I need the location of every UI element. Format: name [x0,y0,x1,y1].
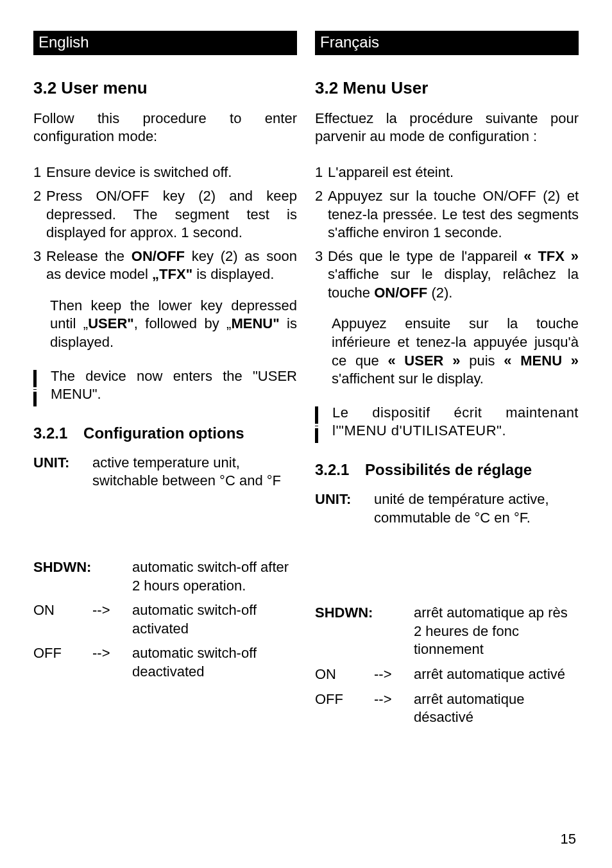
steps-list-fr: 1 L'appareil est éteint. 2 Appuyez sur l… [315,163,579,302]
def-label: SHDWN: [315,604,414,622]
sub-paragraph-en: Then keep the lower key depressed until … [50,297,297,352]
step-text: Dés que le type de l'appareil « TFX » s'… [328,247,579,303]
step-item-en: 1 Ensure device is switched off. [33,163,297,182]
def-label: UNIT: [315,490,374,509]
step-number: 1 [33,163,46,182]
subsection-title: Possibilités de réglage [365,461,532,478]
note-bar-icon [315,406,318,443]
def-label: UNIT: [33,454,92,472]
subsection-heading-fr: 3.2.1 Possibilités de réglage [315,461,579,479]
arrow-icon: --> [92,601,132,620]
definition-on-fr: ON --> arrêt automatique activé [315,665,579,684]
def-value: arrêt automatique ap rès 2 heures de fon… [414,604,579,659]
note-text-en: The device now enters the "USER MENU". [51,367,297,404]
definition-shdwn-en: SHDWN: automatic switch-off after 2 hour… [33,558,297,595]
step-item-en: 3 Release the ON/OFF key (2) as soon as … [33,247,297,284]
arrow-icon: --> [92,644,132,663]
def-value: arrêt automatique désactivé [414,690,579,727]
def-label: OFF [33,644,92,663]
def-label: ON [33,601,92,620]
definition-off-fr: OFF --> arrêt automatique désactivé [315,690,579,727]
definition-unit-fr: UNIT: unité de température active, commu… [315,490,579,527]
definition-shdwn-fr: SHDWN: arrêt automatique ap rès 2 heures… [315,604,579,659]
section-heading-en: 3.2 User menu [33,78,297,98]
subsection-number: 3.2.1 [315,461,349,479]
intro-paragraph-en: Follow this procedure to enter configura… [33,110,297,146]
step-number: 3 [315,247,328,303]
definition-on-en: ON --> automatic switch-off activated [33,601,297,638]
step-number: 1 [315,163,328,182]
def-label: ON [315,665,374,684]
language-header-en: English [33,31,297,55]
step-text: Appuyez sur la touche ON/OFF (2) et tene… [328,187,579,242]
arrow-icon: --> [374,690,414,709]
def-value: automatic switch-off activated [132,601,297,638]
step-text: Ensure device is switched off. [46,163,297,182]
step-text: Release the ON/OFF key (2) as soon as de… [46,247,297,284]
step-text: Press ON/OFF key (2) and keep depressed.… [46,187,297,242]
sub-paragraph-fr: Appuyez ensuite sur la touche inférieure… [332,315,579,388]
step-item-fr: 1 L'appareil est éteint. [315,163,579,182]
language-header-fr: Français [315,31,579,55]
note-block-en: The device now enters the "USER MENU". [33,367,297,404]
page-number: 15 [561,831,576,847]
section-heading-fr: 3.2 Menu User [315,78,579,98]
step-item-fr: 2 Appuyez sur la touche ON/OFF (2) et te… [315,187,579,242]
definition-off-en: OFF --> automatic switch-off deactivated [33,644,297,681]
left-column: English 3.2 User menu Follow this proced… [33,31,297,733]
step-item-en: 2 Press ON/OFF key (2) and keep depresse… [33,187,297,242]
def-value: active temperature unit, switchable betw… [92,454,297,490]
steps-list-en: 1 Ensure device is switched off. 2 Press… [33,163,297,284]
subsection-number: 3.2.1 [33,424,67,442]
intro-paragraph-fr: Effectuez la procédure suivante pour par… [315,110,579,146]
def-label: SHDWN: [33,558,132,577]
def-value: arrêt automatique activé [414,665,579,684]
subsection-title: Configuration options [83,424,244,442]
def-label: OFF [315,690,374,709]
step-number: 2 [33,187,46,242]
step-number: 3 [33,247,46,284]
subsection-heading-en: 3.2.1 Configuration options [33,424,297,442]
def-value: automatic switch-off deactivated [132,644,297,681]
definition-unit-en: UNIT: active temperature unit, switchabl… [33,454,297,490]
def-value: automatic switch-off after 2 hours opera… [132,558,297,595]
note-bar-icon [33,370,37,406]
step-number: 2 [315,187,328,242]
right-column: Français 3.2 Menu User Effectuez la proc… [315,31,579,733]
note-text-fr: Le dispositif écrit maintenant l'"MENU d… [332,404,579,440]
step-text: L'appareil est éteint. [328,163,579,182]
def-value: unité de température active, commutable … [374,490,579,527]
note-block-fr: Le dispositif écrit maintenant l'"MENU d… [315,404,579,440]
step-item-fr: 3 Dés que le type de l'appareil « TFX » … [315,247,579,303]
arrow-icon: --> [374,665,414,684]
